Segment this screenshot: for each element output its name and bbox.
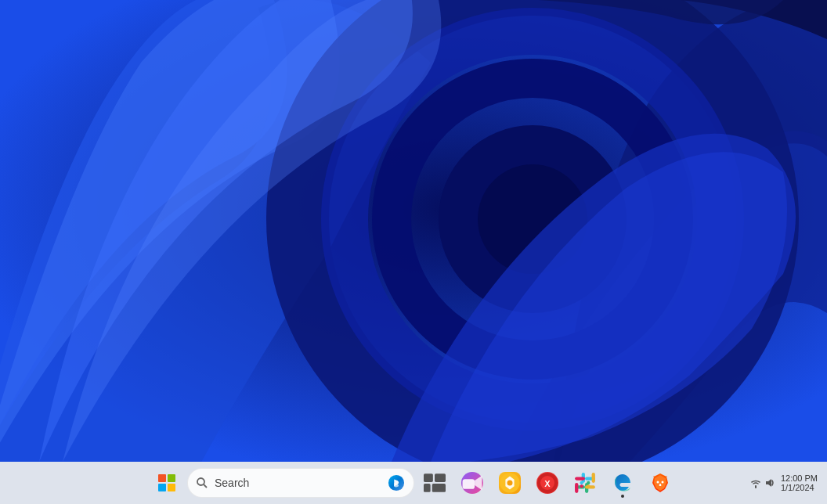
deleteme-icon-button[interactable]: X (530, 466, 565, 500)
svg-rect-27 (575, 477, 585, 480)
svg-rect-30 (585, 485, 595, 488)
taskade-icon-button[interactable] (493, 466, 527, 500)
svg-rect-12 (432, 484, 446, 492)
svg-line-7 (204, 484, 207, 488)
zoom-icon-button[interactable] (455, 466, 489, 500)
taskbar: Search (0, 462, 827, 504)
taskbar-center: Search (150, 466, 677, 500)
svg-marker-14 (475, 476, 482, 491)
svg-rect-11 (424, 484, 431, 492)
svg-point-32 (657, 481, 659, 484)
brave-icon-button[interactable] (643, 466, 677, 500)
svg-point-6 (197, 478, 204, 485)
svg-point-33 (662, 481, 664, 484)
svg-point-22 (580, 481, 583, 484)
search-bar[interactable]: Search (187, 468, 414, 498)
zoom-icon (461, 472, 483, 494)
taskade-icon (499, 472, 521, 494)
svg-rect-34 (659, 484, 661, 485)
desktop (0, 0, 827, 462)
slack-icon-button[interactable] (568, 466, 602, 500)
task-view-button[interactable] (417, 466, 452, 500)
svg-point-16 (507, 481, 513, 486)
edge-active-indicator (621, 495, 624, 498)
search-icon (196, 477, 208, 489)
svg-point-28 (580, 484, 583, 488)
svg-rect-13 (463, 479, 475, 488)
brave-icon (649, 472, 671, 494)
svg-point-25 (587, 481, 590, 484)
task-view-icon (424, 472, 446, 494)
svg-rect-9 (424, 473, 433, 482)
deleteme-icon: X (536, 472, 558, 494)
edge-icon-button[interactable] (605, 466, 640, 500)
bing-copilot-icon (387, 473, 406, 492)
edge-icon (612, 472, 634, 494)
clock: 12:00 PM1/1/2024 (778, 473, 821, 492)
wifi-icon (749, 477, 762, 489)
svg-rect-29 (592, 473, 595, 483)
slack-icon (574, 472, 596, 494)
volume-icon (764, 477, 776, 489)
start-button[interactable] (150, 466, 184, 500)
svg-rect-10 (435, 473, 446, 482)
svg-point-31 (587, 484, 590, 488)
windows-logo (158, 474, 175, 491)
svg-text:X: X (544, 479, 551, 488)
svg-rect-26 (575, 483, 578, 493)
system-tray: 12:00 PM1/1/2024 (749, 473, 821, 492)
wallpaper-svg (0, 0, 827, 462)
search-label: Search (215, 477, 381, 489)
